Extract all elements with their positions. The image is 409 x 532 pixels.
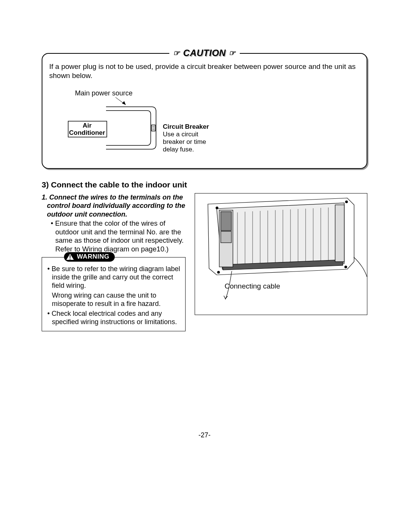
- svg-text:breaker or time: breaker or time: [163, 138, 206, 145]
- caution-title: ☞ CAUTION ☞: [169, 48, 240, 58]
- caution-diagram: Main power source Air Conditioner Circui…: [49, 84, 360, 160]
- warning-box: WARNING • Be sure to refer to the wiring…: [42, 257, 186, 331]
- warning-label: WARNING: [77, 253, 109, 260]
- finger-left-icon: ☞: [229, 48, 236, 58]
- warning-triangle-icon: [66, 253, 75, 261]
- step-bullet-1: • Ensure that the color of the wires of …: [42, 219, 186, 245]
- figure-box: Connecting cable: [195, 193, 367, 315]
- caution-title-text: CAUTION: [183, 48, 226, 58]
- step-refer: Refer to Wiring diagram on page10.): [42, 245, 186, 254]
- svg-rect-36: [335, 205, 344, 262]
- svg-text:Circuit Breaker: Circuit Breaker: [163, 123, 209, 130]
- indoor-unit-illustration: [195, 193, 367, 315]
- finger-right-icon: ☞: [173, 48, 180, 58]
- figure-caption: Connecting cable: [225, 282, 280, 290]
- svg-point-37: [216, 207, 218, 209]
- svg-rect-35: [221, 231, 231, 243]
- svg-text:Use a circuit: Use a circuit: [163, 131, 198, 138]
- svg-text:Conditioner: Conditioner: [69, 129, 105, 136]
- svg-line-41: [224, 296, 225, 299]
- page-number: -27-: [198, 431, 211, 439]
- svg-point-15: [70, 259, 71, 260]
- svg-text:Air: Air: [83, 122, 92, 129]
- warning-pill: WARNING: [64, 252, 115, 262]
- caution-box: ☞ CAUTION ☞ If a power plug is not to be…: [42, 53, 367, 169]
- right-column: Connecting cable: [195, 193, 367, 331]
- svg-point-40: [345, 266, 347, 268]
- main-power-label: Main power source: [75, 89, 133, 97]
- section-heading: 3) Connect the cable to the indoor unit: [42, 180, 367, 189]
- svg-rect-34: [221, 212, 231, 231]
- left-column: 1. Connect the wires to the terminals on…: [42, 193, 186, 331]
- svg-marker-17: [217, 203, 344, 269]
- caution-text: If a power plug is not to be used, provi…: [49, 62, 360, 80]
- svg-text:delay fuse.: delay fuse.: [163, 146, 194, 153]
- svg-point-39: [217, 271, 220, 273]
- warning-bullet-1b: Wrong wiring can cause the unit to misop…: [47, 292, 181, 308]
- warning-bullet-1: • Be sure to refer to the wiring diagram…: [47, 265, 181, 290]
- step-head: 1. Connect the wires to the terminals on…: [42, 193, 186, 219]
- svg-marker-1: [122, 101, 126, 105]
- warning-bullet-2: • Check local electrical codes and any s…: [47, 310, 181, 326]
- svg-point-38: [345, 201, 348, 203]
